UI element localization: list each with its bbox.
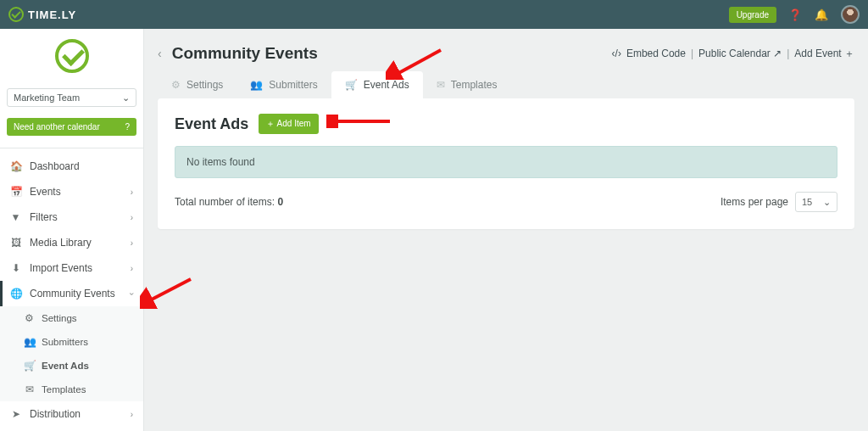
nav-community-events[interactable]: 🌐 Community Events ›	[0, 281, 143, 306]
brand-text: TIME.LY	[28, 8, 76, 21]
need-calendar-button[interactable]: Need another calendar ?	[7, 118, 136, 136]
add-item-button[interactable]: ＋ Add Item	[259, 114, 318, 134]
back-button[interactable]: ‹	[158, 47, 162, 60]
tab-label: Templates	[451, 79, 498, 91]
subnav-settings[interactable]: ⚙ Settings	[0, 306, 143, 330]
users-icon: 👥	[250, 79, 263, 91]
nav-label: Filters	[30, 211, 58, 223]
image-icon: 🖼	[10, 237, 21, 249]
tabs: ⚙ Settings 👥 Submitters 🛒 Event Ads ✉ Te…	[158, 71, 854, 98]
tab-label: Settings	[186, 79, 223, 91]
sidebar: Marketing Team ⌄ Need another calendar ?…	[0, 29, 144, 431]
avatar[interactable]	[841, 5, 860, 24]
nav-label: Media Library	[30, 237, 92, 249]
checkmark-circle-icon	[8, 7, 24, 22]
nav-label: Import Events	[30, 262, 92, 274]
page-header: ‹ Community Events ‹/› Embed Code | Publ…	[158, 44, 854, 63]
notifications-icon[interactable]: 🔔	[815, 8, 828, 21]
external-link-icon: ↗	[773, 48, 782, 59]
team-selector-label: Marketing Team	[14, 92, 80, 103]
download-icon: ⬇	[10, 262, 21, 274]
nav-dashboard[interactable]: 🏠 Dashboard	[0, 154, 143, 179]
add-event-link[interactable]: Add Event ＋	[794, 47, 854, 61]
plus-icon: ＋	[844, 48, 854, 59]
envelope-icon: ✉	[437, 79, 445, 91]
users-icon: 👥	[24, 336, 35, 348]
chevron-right-icon: ›	[131, 264, 133, 273]
page-title: Community Events	[172, 44, 318, 63]
chevron-down-icon: ⌄	[823, 197, 831, 208]
empty-state-alert: No items found	[175, 146, 837, 178]
calendar-icon: 📅	[10, 186, 21, 198]
topbar: TIME.LY Upgrade ❓ 🔔	[0, 0, 868, 29]
nav-filters[interactable]: ▼ Filters ›	[0, 204, 143, 230]
items-per-page-value: 15	[802, 197, 812, 207]
nav-media-library[interactable]: 🖼 Media Library ›	[0, 230, 143, 255]
chevron-right-icon: ›	[131, 410, 133, 419]
checkmark-circle-big-icon	[55, 39, 89, 73]
card-title: Event Ads	[175, 115, 248, 133]
filter-icon: ▼	[10, 211, 21, 223]
subnav-label: Settings	[42, 313, 77, 323]
cart-icon: 🛒	[345, 79, 358, 91]
tab-settings[interactable]: ⚙ Settings	[158, 71, 236, 98]
svg-line-5	[147, 279, 191, 302]
tab-templates[interactable]: ✉ Templates	[423, 71, 511, 98]
sidebar-logo	[0, 29, 143, 84]
subnav-label: Event Ads	[42, 361, 89, 371]
send-icon: ➤	[10, 408, 21, 420]
envelope-icon: ✉	[24, 383, 35, 395]
need-calendar-label: Need another calendar	[14, 122, 100, 132]
tab-label: Submitters	[269, 79, 317, 91]
nav-label: Distribution	[30, 408, 81, 420]
public-calendar-link[interactable]: Public Calendar ↗	[698, 48, 782, 59]
nav-label: Events	[30, 186, 61, 198]
tab-label: Event Ads	[364, 79, 409, 91]
chevron-down-icon: ›	[127, 292, 136, 294]
home-icon: 🏠	[10, 160, 21, 172]
total-items-value: 0	[277, 196, 283, 208]
main-content: ‹ Community Events ‹/› Embed Code | Publ…	[144, 29, 868, 431]
gear-icon: ⚙	[24, 312, 35, 324]
header-actions: ‹/› Embed Code | Public Calendar ↗ | Add…	[612, 47, 854, 61]
chevron-right-icon: ›	[131, 188, 133, 197]
subnav-label: Submitters	[42, 337, 88, 347]
divider	[0, 148, 143, 148]
chevron-right-icon: ›	[131, 213, 133, 222]
table-footer: Total number of items: 0 Items per page …	[175, 192, 837, 212]
question-circle-icon: ?	[125, 122, 130, 132]
brand-logo[interactable]: TIME.LY	[8, 7, 76, 22]
nav-distribution[interactable]: ➤ Distribution ›	[0, 401, 143, 427]
topbar-icons: ❓ 🔔	[788, 5, 860, 24]
cart-icon: 🛒	[24, 360, 35, 372]
tab-event-ads[interactable]: 🛒 Event Ads	[331, 71, 423, 98]
primary-nav: 🏠 Dashboard 📅 Events › ▼ Filters › 🖼 Med…	[0, 154, 143, 306]
annotation-arrow-icon	[140, 275, 199, 309]
nav-label: Community Events	[30, 288, 115, 299]
code-icon: ‹/›	[612, 48, 621, 59]
items-per-page-select[interactable]: 15 ⌄	[795, 192, 837, 212]
primary-nav-bottom: ➤ Distribution ›	[0, 401, 143, 427]
team-selector[interactable]: Marketing Team ⌄	[7, 88, 136, 107]
subnav-templates[interactable]: ✉ Templates	[0, 378, 143, 401]
subnav-submitters[interactable]: 👥 Submitters	[0, 330, 143, 354]
chevron-right-icon: ›	[131, 238, 133, 248]
separator: |	[787, 48, 789, 59]
gear-icon: ⚙	[171, 79, 181, 91]
subnav-event-ads[interactable]: 🛒 Event Ads	[0, 354, 143, 378]
help-icon[interactable]: ❓	[788, 8, 802, 21]
nav-events[interactable]: 📅 Events ›	[0, 179, 143, 204]
subnav-label: Templates	[42, 384, 86, 395]
tab-submitters[interactable]: 👥 Submitters	[236, 71, 331, 98]
chevron-down-icon: ⌄	[122, 92, 130, 104]
nav-label: Dashboard	[30, 160, 80, 172]
items-per-page-label: Items per page	[721, 196, 788, 208]
content-card: Event Ads ＋ Add Item No items found Tota…	[158, 98, 854, 229]
globe-icon: 🌐	[10, 288, 21, 299]
nav-import-events[interactable]: ⬇ Import Events ›	[0, 255, 143, 281]
card-header: Event Ads ＋ Add Item	[175, 114, 837, 134]
community-events-subnav: ⚙ Settings 👥 Submitters 🛒 Event Ads ✉ Te…	[0, 306, 143, 401]
upgrade-button[interactable]: Upgrade	[729, 7, 776, 23]
embed-code-link[interactable]: Embed Code	[626, 48, 686, 59]
total-items-label: Total number of items: 0	[175, 196, 283, 208]
